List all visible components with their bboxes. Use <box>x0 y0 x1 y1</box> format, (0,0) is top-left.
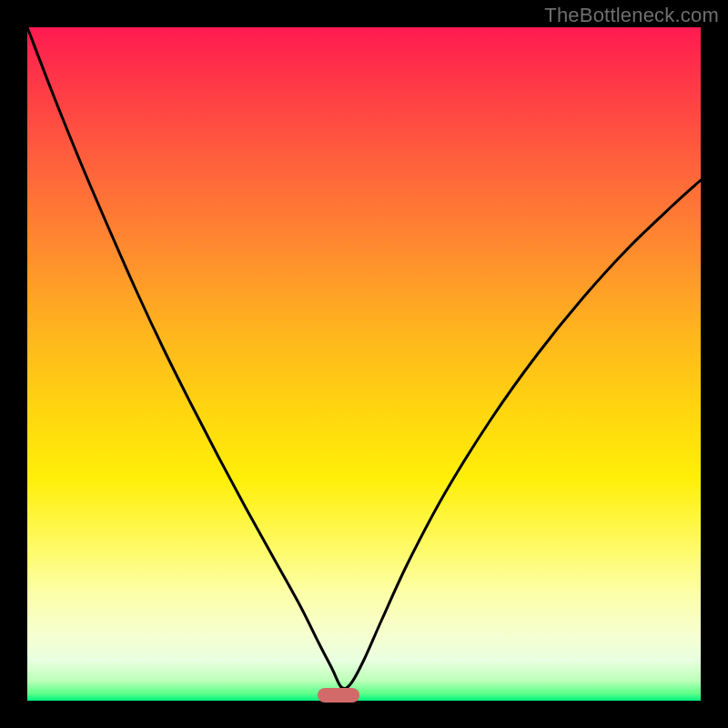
curve-path <box>27 27 701 689</box>
watermark-text: TheBottleneck.com <box>544 4 719 27</box>
chart-frame: TheBottleneck.com <box>0 0 728 728</box>
optimal-marker <box>318 688 359 703</box>
plot-area <box>27 27 701 701</box>
bottleneck-curve <box>27 27 701 701</box>
